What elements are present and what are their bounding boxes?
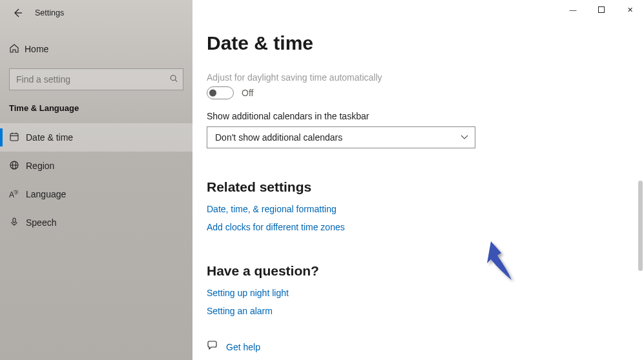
nav-language[interactable]: A字 Language [0, 180, 192, 208]
nav-item-label: Speech [26, 217, 56, 228]
related-heading: Related settings [207, 179, 628, 195]
main-content: — ✕ Date & time Adjust for daylight savi… [192, 0, 644, 360]
chevron-down-icon [461, 133, 468, 142]
nav-item-label: Language [26, 189, 66, 199]
maximize-button[interactable] [587, 0, 616, 19]
search-row [9, 68, 183, 90]
dst-toggle[interactable] [207, 86, 234, 99]
additional-cal-dropdown[interactable]: Don't show additional calendars [207, 126, 475, 148]
link-regional-formatting[interactable]: Date, time, & regional formatting [207, 204, 628, 214]
nav-item-label: Date & time [26, 132, 73, 143]
app-title: Settings [35, 8, 64, 17]
svg-rect-9 [13, 218, 16, 223]
close-button[interactable]: ✕ [616, 0, 644, 19]
nav-date-time[interactable]: Date & time [0, 123, 192, 152]
clock-icon [9, 132, 26, 144]
language-icon: A字 [9, 189, 26, 199]
toggle-knob [209, 90, 216, 97]
help-icon [207, 339, 218, 354]
scroll-thumb[interactable] [638, 181, 643, 271]
link-night-light[interactable]: Setting up night light [207, 288, 628, 298]
additional-cal-label: Show additional calendars in the taskbar [207, 111, 628, 121]
sidebar: Settings Home Time & Language [0, 0, 192, 360]
minimize-button[interactable]: — [559, 0, 587, 19]
category-heading: Time & Language [0, 90, 192, 118]
back-button[interactable] [6, 2, 28, 24]
link-get-help[interactable]: Get help [226, 342, 260, 352]
nav-item-label: Region [26, 161, 54, 171]
nav-speech[interactable]: Speech [0, 208, 192, 237]
nav-region[interactable]: Region [0, 152, 192, 180]
page-title: Date & time [207, 32, 628, 54]
dropdown-value: Don't show additional calendars [215, 132, 342, 143]
window-chrome: — ✕ [559, 0, 644, 19]
dst-label: Adjust for daylight saving time automati… [207, 72, 628, 83]
maximize-icon [598, 6, 605, 13]
svg-rect-2 [10, 134, 18, 141]
nav-list: Date & time Region A字 Language Speech [0, 123, 192, 237]
back-arrow-icon [12, 8, 23, 18]
scrollbar[interactable] [638, 39, 643, 354]
home-icon [9, 43, 25, 55]
mic-icon [9, 217, 26, 229]
home-nav[interactable]: Home [0, 36, 192, 62]
link-add-clocks[interactable]: Add clocks for different time zones [207, 222, 628, 232]
search-input[interactable] [9, 68, 183, 90]
globe-icon [9, 160, 26, 172]
link-setting-alarm[interactable]: Setting an alarm [207, 306, 628, 316]
svg-rect-11 [599, 7, 605, 13]
dst-state: Off [242, 88, 253, 98]
question-heading: Have a question? [207, 263, 628, 279]
home-label: Home [25, 44, 48, 54]
